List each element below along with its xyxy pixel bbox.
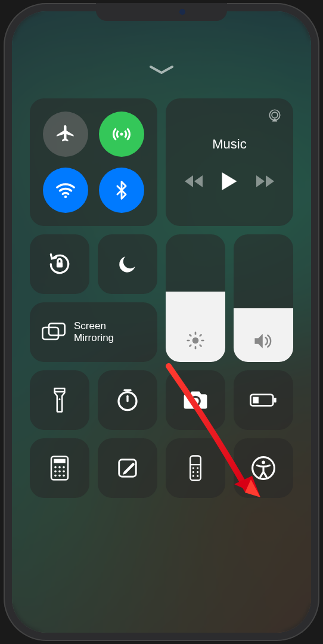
screen-mirroring-button[interactable]: Screen Mirroring: [30, 302, 157, 362]
svg-point-32: [54, 466, 57, 469]
svg-line-19: [190, 345, 191, 346]
svg-marker-5: [194, 175, 203, 187]
brightness-slider[interactable]: [166, 234, 225, 362]
svg-marker-8: [266, 175, 274, 187]
calculator-icon: [50, 456, 69, 481]
svg-marker-7: [256, 175, 265, 187]
screen-mirroring-icon: [42, 322, 66, 342]
svg-point-48: [192, 475, 194, 477]
svg-line-18: [200, 345, 201, 346]
svg-point-47: [197, 471, 198, 473]
svg-rect-31: [54, 459, 66, 463]
svg-point-35: [54, 470, 57, 473]
front-camera-dot: [179, 9, 185, 15]
speaker-icon: [253, 332, 274, 350]
camera-button[interactable]: [166, 370, 225, 430]
timer-icon: [116, 388, 139, 412]
wifi-button[interactable]: [43, 168, 88, 213]
airplane-mode-button[interactable]: [43, 112, 88, 157]
device-screen: Music: [12, 11, 311, 633]
svg-point-39: [58, 475, 61, 477]
row-connectivity-music: Music: [30, 98, 293, 226]
svg-point-22: [58, 398, 60, 400]
svg-point-44: [192, 467, 194, 469]
control-center: Music: [12, 11, 311, 633]
svg-point-40: [63, 475, 65, 477]
low-power-mode-button[interactable]: [234, 370, 293, 430]
cellular-data-button[interactable]: [99, 112, 144, 157]
device-notch: [96, 3, 227, 21]
svg-point-38: [54, 475, 57, 477]
timer-button[interactable]: [98, 370, 157, 430]
bluetooth-button[interactable]: [99, 168, 144, 213]
music-title: Music: [212, 137, 246, 152]
shortcut-row-2: [30, 438, 293, 498]
sun-icon: [186, 331, 205, 350]
apple-tv-remote-button[interactable]: [166, 438, 225, 498]
svg-point-46: [192, 471, 194, 473]
svg-line-17: [190, 335, 191, 336]
svg-point-33: [58, 466, 61, 469]
music-controls: [185, 172, 274, 190]
previous-track-icon[interactable]: [185, 175, 203, 187]
svg-marker-4: [185, 175, 193, 187]
orientation-lock-icon: [46, 251, 73, 277]
svg-marker-6: [222, 172, 237, 190]
svg-point-37: [63, 470, 65, 473]
shortcut-row-1: [30, 370, 293, 430]
brightness-fill: [166, 292, 225, 362]
svg-rect-42: [190, 456, 201, 480]
screen-mirroring-label: Screen Mirroring: [74, 320, 114, 343]
svg-rect-28: [274, 398, 277, 402]
accessibility-icon: [251, 456, 276, 481]
connectivity-module[interactable]: [30, 98, 157, 226]
moon-icon: [117, 253, 138, 275]
music-module[interactable]: Music: [166, 98, 293, 226]
camera-icon: [183, 390, 208, 410]
svg-point-3: [272, 112, 278, 118]
airplane-icon: [55, 123, 76, 145]
do-not-disturb-button[interactable]: [98, 234, 157, 294]
phone-frame: Music: [4, 3, 319, 641]
notes-button[interactable]: [98, 438, 157, 498]
notes-icon: [116, 457, 139, 479]
svg-point-45: [197, 467, 198, 469]
svg-point-12: [192, 338, 199, 344]
calculator-button[interactable]: [30, 438, 89, 498]
svg-point-51: [262, 461, 265, 465]
volume-slider[interactable]: [234, 234, 293, 362]
next-track-icon[interactable]: [256, 175, 274, 187]
orientation-lock-button[interactable]: [30, 234, 89, 294]
flashlight-icon: [52, 388, 67, 413]
chevron-down-icon[interactable]: [148, 65, 175, 75]
svg-point-34: [63, 466, 65, 469]
bluetooth-icon: [111, 180, 132, 200]
remote-icon: [189, 455, 202, 481]
svg-rect-11: [49, 323, 65, 335]
play-icon[interactable]: [222, 172, 237, 190]
svg-point-1: [64, 196, 67, 198]
left-column: Screen Mirroring: [30, 234, 157, 362]
accessibility-shortcut-button[interactable]: [234, 438, 293, 498]
battery-icon: [250, 393, 277, 407]
svg-line-20: [200, 335, 201, 336]
airplay-audio-icon[interactable]: [267, 108, 282, 123]
wifi-icon: [54, 179, 77, 202]
row-modes-sliders: Screen Mirroring: [30, 234, 293, 362]
cellular-icon: [110, 123, 133, 145]
flashlight-button[interactable]: [30, 370, 89, 430]
svg-point-0: [120, 132, 123, 135]
svg-rect-10: [42, 327, 58, 339]
svg-point-49: [197, 475, 198, 477]
svg-point-36: [58, 470, 61, 473]
svg-rect-29: [253, 397, 258, 404]
